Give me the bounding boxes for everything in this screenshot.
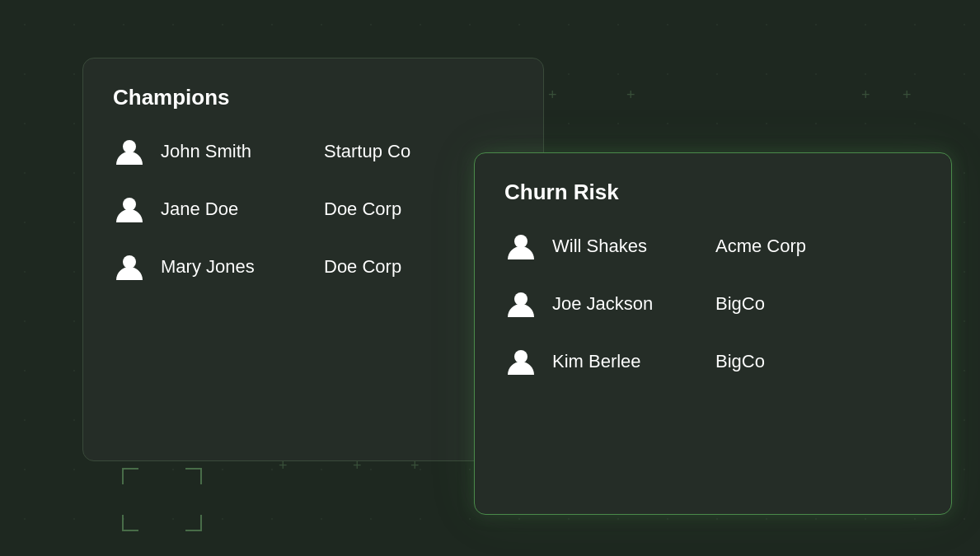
person-company: Doe Corp <box>324 199 401 220</box>
person-company: BigCo <box>715 351 765 372</box>
svg-point-5 <box>514 350 528 363</box>
list-item: Mary Jones Doe Corp <box>113 250 513 283</box>
list-item: Joe Jackson BigCo <box>504 287 921 320</box>
plus-icon: + <box>861 86 870 104</box>
person-icon <box>504 230 537 263</box>
person-company: Doe Corp <box>324 256 401 278</box>
corner-bracket-br <box>185 515 202 531</box>
svg-point-2 <box>123 255 136 269</box>
plus-icon: + <box>903 86 912 104</box>
plus-icon: + <box>548 86 557 104</box>
person-icon <box>113 193 146 226</box>
person-name: Jane Doe <box>161 199 293 220</box>
person-name: Joe Jackson <box>552 293 684 315</box>
corner-bracket-bl <box>122 515 138 531</box>
person-company: Startup Co <box>324 141 410 162</box>
svg-point-4 <box>514 292 528 306</box>
plus-icon: + <box>626 86 635 104</box>
corner-bracket-tl <box>122 468 138 484</box>
churn-risk-card-title: Churn Risk <box>504 180 921 205</box>
list-item: Kim Berlee BigCo <box>504 345 921 378</box>
person-company: BigCo <box>715 293 765 315</box>
person-company: Acme Corp <box>715 236 806 257</box>
person-name: Kim Berlee <box>552 351 684 372</box>
list-item: Jane Doe Doe Corp <box>113 193 513 226</box>
champions-card-title: Champions <box>113 85 513 110</box>
person-icon <box>504 345 537 378</box>
person-icon <box>113 250 146 283</box>
person-icon <box>113 135 146 168</box>
list-item: Will Shakes Acme Corp <box>504 230 921 263</box>
person-name: Mary Jones <box>161 256 293 278</box>
list-item: John Smith Startup Co <box>113 135 513 168</box>
svg-point-3 <box>514 235 528 248</box>
person-name: Will Shakes <box>552 236 684 257</box>
churn-risk-card: Churn Risk Will Shakes Acme Corp Joe Jac… <box>474 152 952 515</box>
person-icon <box>504 287 537 320</box>
svg-point-0 <box>123 140 136 153</box>
corner-bracket-tr <box>185 468 202 484</box>
svg-point-1 <box>123 198 136 211</box>
person-name: John Smith <box>161 141 293 162</box>
